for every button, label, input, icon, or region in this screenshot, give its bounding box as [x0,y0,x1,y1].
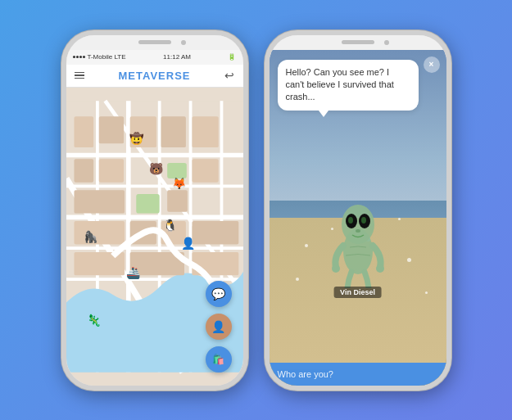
svg-rect-15 [74,116,93,147]
chat-button[interactable]: 💬 [206,281,232,307]
phone-top-2 [270,35,446,50]
status-left-1: T-Mobile LTE [73,53,126,61]
svg-rect-18 [161,116,185,147]
map-char-bear[interactable]: 🐻 [149,162,163,175]
svg-rect-19 [192,116,218,147]
nav-bar-1: METAVERSE ↩ [66,65,243,88]
alien-svg [329,182,387,288]
app-title: METAVERSE [119,70,191,82]
time-label: 11:12 AM [163,53,191,61]
hamburger-menu[interactable] [75,72,84,79]
speaker-2 [342,40,374,44]
ar-background: × Hello? Can you see me? I can't believe… [270,50,446,386]
map-action-buttons: 💬 👤 🛍️ [206,281,232,373]
svg-point-37 [361,217,366,224]
particle-6 [425,291,428,294]
svg-rect-13 [136,193,159,213]
close-button[interactable]: × [424,56,440,73]
status-bar-1: T-Mobile LTE 11:12 AM 🔋 [66,50,243,65]
map-char-gorilla[interactable]: 🦍 [84,230,97,243]
svg-point-38 [356,229,360,233]
svg-rect-22 [167,190,188,212]
battery-icon: 🔋 [228,53,236,61]
screen-2: × Hello? Can you see me? I can't believe… [270,50,446,386]
phone-1: T-Mobile LTE 11:12 AM 🔋 METAVERSE ↩ [61,30,248,391]
svg-point-36 [348,217,353,224]
speech-text: Hello? Can you see me? I can't believe I… [286,67,394,102]
svg-rect-24 [74,190,125,213]
map-char-boat[interactable]: 🚢 [126,266,140,279]
svg-point-39 [332,264,340,273]
signal-dots [73,56,85,58]
input-bar[interactable]: Who are you? [270,363,446,386]
svg-rect-16 [98,116,123,143]
particle-4 [398,218,401,220]
speaker-1 [138,40,171,44]
phone-2: × Hello? Can you see me? I can't believe… [265,30,451,391]
map-char-cowboy[interactable]: 🤠 [129,132,143,145]
map-char-person[interactable]: 👤 [181,237,195,250]
input-placeholder: Who are you? [278,369,333,379]
speech-bubble: Hello? Can you see me? I can't believe I… [278,60,419,111]
map-char-creature[interactable]: 🦊 [172,177,186,190]
particle-3 [407,258,411,262]
svg-rect-28 [192,221,238,244]
svg-point-40 [376,264,384,273]
screen-1: T-Mobile LTE 11:12 AM 🔋 METAVERSE ↩ [66,50,243,386]
phone-top-1 [66,35,243,50]
svg-rect-20 [74,159,93,182]
back-arrow[interactable]: ↩ [224,69,234,82]
camera-2 [384,40,389,45]
map-char-penguin[interactable]: 🐧 [163,219,177,232]
svg-rect-25 [74,221,125,244]
svg-rect-21 [98,159,123,182]
map-area: 🦍 🤠 🐻 🦊 🐧 👤 🦎 🚢 💬 👤 🛍️ [66,88,243,386]
avatar-button[interactable]: 👤 [206,314,232,340]
status-right-1: 🔋 [228,53,236,61]
svg-rect-14 [167,163,187,178]
map-char-critter[interactable]: 🦎 [87,314,101,327]
svg-rect-23 [192,159,218,182]
location-button[interactable]: 🛍️ [206,346,232,373]
carrier-label: T-Mobile LTE [88,53,126,61]
camera-1 [181,40,186,45]
character-name-label: Vin Diesel [333,287,382,298]
alien-character[interactable] [329,182,387,291]
